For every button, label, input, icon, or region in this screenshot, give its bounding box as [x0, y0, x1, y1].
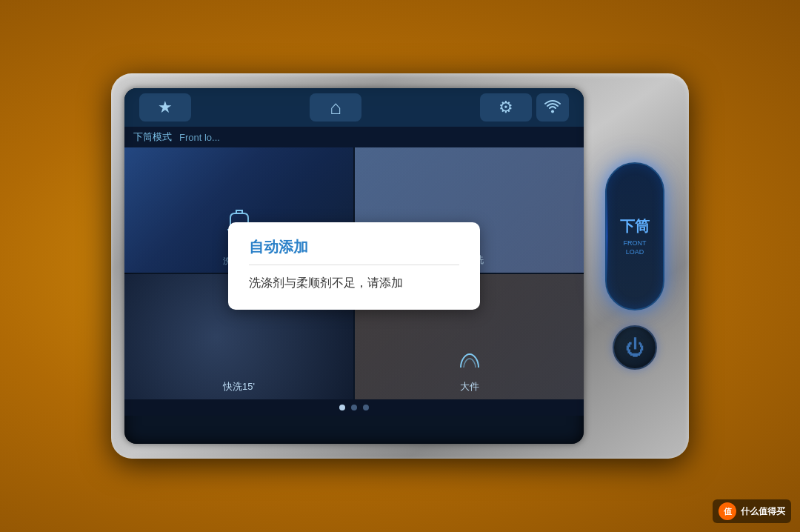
- watermark-icon: 值: [719, 502, 736, 520]
- popup-overlay: 自动添加 洗涤剂与柔顺剂不足，请添加: [124, 88, 584, 444]
- front-load-button[interactable]: 下筒 FRONT LOAD: [605, 162, 664, 310]
- auto-add-popup[interactable]: 自动添加 洗涤剂与柔顺剂不足，请添加: [228, 222, 480, 310]
- power-icon: ⏻: [625, 336, 644, 359]
- power-button[interactable]: ⏻: [613, 325, 657, 370]
- watermark: 值 什么值得买: [713, 499, 791, 523]
- watermark-text: 什么值得买: [741, 505, 785, 518]
- device-bezel: ★ ⌂ ⚙: [111, 73, 689, 459]
- popup-divider: [249, 265, 459, 265]
- popup-message: 洗涤剂与柔顺剂不足，请添加: [249, 274, 459, 292]
- front-load-chinese-label: 下筒: [620, 216, 650, 236]
- popup-title: 自动添加: [249, 237, 459, 257]
- front-load-english-label: FRONT LOAD: [624, 239, 647, 256]
- right-panel: 下筒 FRONT LOAD ⏻: [594, 84, 676, 448]
- device-screen: ★ ⌂ ⚙: [124, 88, 584, 444]
